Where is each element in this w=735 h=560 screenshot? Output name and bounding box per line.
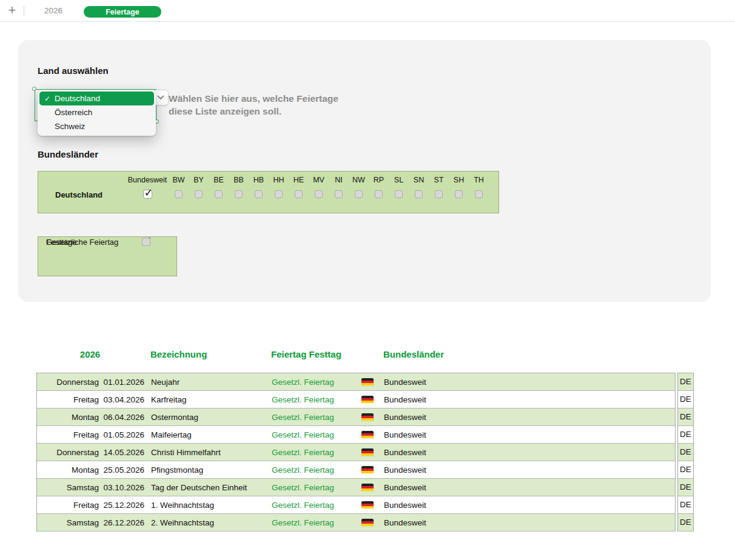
cell-holiday-type: Gesetzl. Feiertag [272, 501, 360, 510]
nationwide-checkbox[interactable] [143, 190, 152, 199]
cell-states: Bundesweit [375, 501, 675, 510]
state-code-label: BB [229, 176, 249, 184]
state-code-label: NW [349, 176, 369, 184]
app-window: + 2026 Feiertage Land auswählen ✓ Deutsc… [0, 0, 735, 560]
cell-holiday-name: Tag der Deutschen Einheit [151, 483, 272, 492]
country-option[interactable]: ✓ Deutschland [39, 92, 154, 105]
cell-date: 14.05.2026 [99, 448, 144, 457]
table-row[interactable]: Freitag 01.05.2026 Maifeiertag Gesetzl. … [37, 426, 675, 444]
state-checkbox[interactable] [295, 190, 303, 198]
cell-states: Bundesweit [375, 465, 675, 475]
table-row[interactable]: Freitag 25.12.2026 1. Weihnachtstag Gese… [37, 496, 675, 514]
chevron-down-icon [157, 95, 164, 100]
table-row[interactable]: Samstag 03.10.2026 Tag der Deutschen Ein… [37, 479, 675, 496]
state-checkbox[interactable] [195, 190, 203, 198]
tab-separator [24, 6, 24, 16]
tab-feiertage-active[interactable]: Feiertage [84, 6, 161, 18]
cell-holiday-name: Ostermontag [151, 413, 272, 422]
sheet-tab-bar: + 2026 Feiertage [0, 0, 735, 22]
cell-holiday-type: Gesetzl. Feiertag [272, 430, 360, 439]
header-type: Feiertag Festtag [271, 349, 360, 359]
cell-date: 25.12.2026 [99, 501, 144, 510]
state-checkbox[interactable] [395, 190, 403, 198]
state-code-label: HH [269, 176, 289, 184]
state-code-label: SL [389, 176, 409, 184]
cell-states: Bundesweit [375, 448, 675, 457]
cell-weekday: Donnerstag [37, 378, 99, 387]
country-option[interactable]: ✓ Österreich [39, 105, 154, 119]
country-dropdown-menu: ✓ Deutschland ✓ Österreich ✓ Schweiz [38, 90, 156, 136]
germany-flag-icon [361, 378, 374, 386]
cell-weekday: Montag [37, 413, 99, 422]
cell-holiday-name: Christi Himmelfahrt [151, 448, 272, 457]
table-row[interactable]: Samstag 26.12.2026 2. Weihnachtstag Gese… [37, 514, 675, 532]
table-row[interactable]: Montag 25.05.2026 Pfingstmontag Gesetzl.… [37, 461, 675, 479]
states-matrix: Deutschland Bundesweit BW BY BE BB HB [38, 171, 499, 213]
table-row[interactable]: Donnerstag 14.05.2026 Christi Himmelfahr… [37, 444, 675, 461]
cell-holiday-name: Maifeiertag [151, 430, 272, 439]
country-option-label: Schweiz [55, 122, 85, 131]
cell-states: Bundesweit [375, 483, 675, 492]
table-row[interactable]: Donnerstag 01.01.2026 Neujahr Gesetzl. F… [37, 373, 675, 391]
country-option-label: Österreich [55, 108, 92, 117]
cell-date: 06.04.2026 [99, 413, 144, 422]
state-code-label: MV [309, 176, 329, 184]
state-checkbox[interactable] [375, 190, 383, 198]
cell-states: Bundesweit [375, 378, 675, 387]
state-checkbox[interactable] [435, 190, 443, 198]
cell-holiday-type: Gesetzl. Feiertag [272, 395, 360, 404]
state-checkbox[interactable] [335, 190, 343, 198]
state-checkbox[interactable] [275, 190, 283, 198]
settings-card: Land auswählen ✓ Deutschland ✓ Österreic… [18, 40, 711, 302]
cell-country-code: DE [678, 514, 693, 532]
filter-checkbox[interactable] [142, 238, 150, 246]
cell-country-code: DE [678, 496, 693, 514]
country-heading: Land auswählen [38, 65, 109, 76]
header-year: 2026 [36, 349, 144, 359]
cell-weekday: Donnerstag [37, 448, 99, 457]
header-name: Bezeichnung [150, 349, 271, 359]
state-code-label: RP [369, 176, 389, 184]
tab-2026[interactable]: 2026 [35, 0, 72, 21]
cell-country-code: DE [678, 373, 693, 391]
state-checkbox[interactable] [315, 190, 323, 198]
germany-flag-icon [361, 484, 374, 492]
selection-handle-icon[interactable] [32, 87, 36, 91]
state-code-label: TH [469, 176, 489, 184]
germany-flag-icon [361, 466, 374, 474]
cell-weekday: Freitag [37, 501, 99, 510]
country-option[interactable]: ✓ Schweiz [39, 119, 154, 133]
cell-date: 25.05.2026 [99, 465, 144, 475]
state-checkbox[interactable] [215, 190, 223, 198]
country-code-column: DE DE DE DE DE DE DE DE DE [677, 373, 694, 532]
cell-states: Bundesweit [375, 518, 675, 527]
cell-date: 03.10.2026 [99, 483, 144, 492]
cell-country-code: DE [678, 461, 693, 479]
state-checkbox[interactable] [355, 190, 363, 198]
state-checkbox[interactable] [475, 190, 483, 198]
cell-date: 01.05.2026 [99, 430, 144, 439]
state-checkbox[interactable] [255, 190, 263, 198]
state-code-label: HE [289, 176, 309, 184]
cell-holiday-type: Gesetzl. Feiertag [272, 448, 360, 457]
country-option-label: Deutschland [55, 94, 100, 103]
cell-holiday-type: Gesetzl. Feiertag [272, 413, 360, 422]
cell-weekday: Freitag [37, 430, 99, 439]
cell-weekday: Samstag [37, 518, 99, 527]
state-code-label: BE [209, 176, 229, 184]
state-checkbox[interactable] [175, 190, 183, 198]
cell-date: 01.01.2026 [99, 378, 144, 387]
state-code-label: BY [189, 176, 209, 184]
table-row[interactable]: Montag 06.04.2026 Ostermontag Gesetzl. F… [37, 408, 675, 426]
checkmark-icon: ✓ [44, 95, 55, 103]
state-checkbox[interactable] [455, 190, 463, 198]
state-code-label: SH [449, 176, 469, 184]
add-sheet-button[interactable]: + [4, 2, 21, 19]
state-checkbox-row [38, 190, 489, 199]
cell-holiday-name: 1. Weihnachtstag [151, 501, 272, 510]
state-code-label: ST [429, 176, 449, 184]
state-checkbox[interactable] [235, 190, 243, 198]
table-row[interactable]: Freitag 03.04.2026 Karfreitag Gesetzl. F… [37, 391, 675, 408]
state-code-label: NI [329, 176, 349, 184]
state-checkbox[interactable] [415, 190, 423, 198]
